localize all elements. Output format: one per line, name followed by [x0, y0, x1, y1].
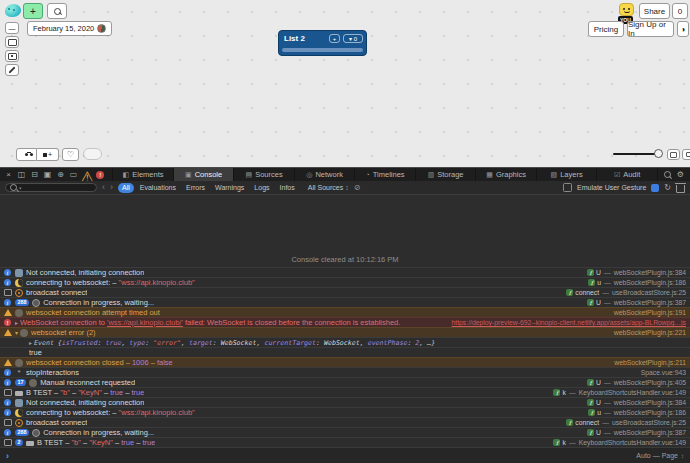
scope-pill-infos[interactable]: Infos	[276, 183, 299, 193]
source-file[interactable]: webSocketPlugin.js:384	[614, 399, 686, 406]
source-link[interactable]: webSocketPlugin.js:221	[606, 329, 686, 336]
scope-pill-evaluations[interactable]: Evaluations	[136, 183, 180, 193]
disclosure-open-icon[interactable]: ▾	[15, 329, 18, 336]
source-link[interactable]: fconnect—useBroadcastStore.js:25	[558, 289, 686, 296]
disclosure-closed-icon[interactable]: ▸	[29, 339, 32, 346]
source-link[interactable]: fU—webSocketPlugin.js:384	[579, 399, 686, 406]
source-link[interactable]: Space.vue:943	[633, 369, 686, 376]
filters-button[interactable]	[16, 148, 37, 161]
source-file[interactable]: webSocketPlugin.js:186	[614, 409, 686, 416]
tab-graphics[interactable]: ▦Graphics	[475, 168, 536, 181]
list-collapsed-bar[interactable]	[282, 48, 363, 53]
tab-layers[interactable]: ▧Layers	[536, 168, 597, 181]
emulate-user-gesture-checkbox[interactable]	[563, 183, 572, 192]
list-add-button[interactable]: +	[329, 34, 340, 43]
toolbar-pencil-button[interactable]	[5, 64, 19, 76]
tab-timelines[interactable]: ◔Timelines	[354, 168, 415, 181]
date-card[interactable]: February 15, 2020	[27, 21, 112, 36]
undock-icon[interactable]: ▣	[41, 168, 54, 181]
source-file[interactable]: KeyboardShortcutsHandler.vue:149	[579, 389, 686, 396]
moon-dark-icon	[20, 329, 28, 337]
reload-icon[interactable]: ↻	[664, 183, 671, 192]
source-link[interactable]: fconnect—useBroadcastStore.js:25	[558, 419, 686, 426]
dock-bottom-icon[interactable]: ⊟	[28, 168, 41, 181]
source-file[interactable]: useBroadcastStore.js:25	[612, 289, 686, 296]
source-file[interactable]: webSocketPlugin.js:221	[614, 329, 686, 336]
source-file[interactable]: webSocketPlugin.js:186	[614, 279, 686, 286]
list-collapse-button[interactable]: ▾ 0	[343, 34, 363, 43]
device-settings-icon[interactable]: ▭	[67, 168, 80, 181]
tab-sources[interactable]: ▤Sources	[233, 168, 294, 181]
warnings-badge-icon[interactable]: ⚠	[80, 168, 94, 181]
tab-elements[interactable]: ◧Elements	[112, 168, 173, 181]
close-icon[interactable]: ×	[2, 168, 15, 181]
toolbar-minus-button[interactable]: —	[5, 22, 19, 34]
source-link[interactable]: webSocketPlugin.js:191	[606, 309, 686, 316]
source-file[interactable]: https://deploy-preview-692--kinopio-clie…	[452, 319, 686, 326]
source-link[interactable]: fu—webSocketPlugin.js:186	[580, 409, 686, 416]
expand-button[interactable]	[682, 149, 690, 160]
dock-side-icon[interactable]: ◫	[15, 168, 28, 181]
source-link[interactable]: fU—webSocketPlugin.js:387	[579, 429, 686, 436]
logo-button[interactable]	[5, 4, 21, 17]
clear-console-icon[interactable]	[676, 185, 685, 193]
zoom-slider[interactable]	[613, 153, 660, 155]
source-file[interactable]: Space.vue:943	[641, 369, 686, 376]
add-button[interactable]: +	[23, 3, 43, 19]
source-link[interactable]: https://deploy-preview-692--kinopio-clie…	[444, 319, 686, 326]
row-gutter: i	[4, 369, 15, 376]
source-link[interactable]: webSocketPlugin.js:211	[606, 359, 686, 366]
box-add-button[interactable]: +	[37, 148, 59, 161]
source-file[interactable]: webSocketPlugin.js:191	[614, 309, 686, 316]
tab-console[interactable]: ▣Console	[173, 168, 234, 181]
inspector-settings-icon[interactable]: ⚙	[677, 170, 684, 179]
heart-button[interactable]: ♡	[62, 148, 79, 161]
theme-toggle-button[interactable]: ◑	[677, 21, 689, 37]
tab-audit[interactable]: ☑Audit	[596, 168, 657, 181]
pricing-button[interactable]: Pricing	[588, 21, 624, 37]
execution-context-picker[interactable]: Auto — Page ↕	[636, 452, 684, 459]
share-button[interactable]: Share	[639, 3, 670, 19]
toolbar-box-button[interactable]	[5, 36, 19, 48]
tab-network[interactable]: ◎Network	[294, 168, 355, 181]
scope-pill-errors[interactable]: Errors	[182, 183, 209, 193]
element-picker-icon[interactable]: ⊕	[54, 168, 67, 181]
inspector-search-icon[interactable]	[664, 171, 671, 178]
circle-slash-icon[interactable]: ⊘	[354, 183, 361, 192]
source-file[interactable]: webSocketPlugin.js:384	[614, 269, 686, 276]
space-canvas[interactable]: + — February 15, 2020 List 2 + ▾ 0 YOU S…	[0, 0, 690, 167]
sign-up-button[interactable]: Sign Up or In	[627, 21, 674, 37]
source-file[interactable]: webSocketPlugin.js:387	[614, 429, 686, 436]
source-link[interactable]: fU—webSocketPlugin.js:387	[579, 299, 686, 306]
source-file[interactable]: useBroadcastStore.js:25	[612, 419, 686, 426]
disclosure-closed-icon[interactable]: ▸	[15, 319, 18, 326]
source-link[interactable]: fu—webSocketPlugin.js:186	[580, 279, 686, 286]
scope-icon[interactable]	[651, 184, 659, 192]
previous-result-button[interactable]: ‹	[102, 183, 105, 192]
scope-pill-all[interactable]: All	[118, 183, 134, 193]
tab-storage[interactable]: ▥Storage	[415, 168, 476, 181]
user-avatar[interactable]	[619, 3, 634, 16]
source-link[interactable]: fk—KeyboardShortcutsHandler.vue:149	[545, 439, 686, 446]
search-button[interactable]	[47, 3, 67, 19]
console-filter-input[interactable]: ▾	[5, 183, 97, 192]
zoom-slider-handle[interactable]	[654, 149, 663, 158]
source-file[interactable]: KeyboardShortcutsHandler.vue:149	[579, 439, 686, 446]
scope-pill-warnings[interactable]: Warnings	[211, 183, 248, 193]
source-link[interactable]: fU—webSocketPlugin.js:384	[579, 269, 686, 276]
errors-badge-icon[interactable]: !	[96, 171, 104, 179]
scope-pill-logs[interactable]: Logs	[250, 183, 273, 193]
next-result-button[interactable]: ›	[110, 183, 113, 192]
source-file[interactable]: webSocketPlugin.js:387	[614, 299, 686, 306]
console-prompt[interactable]: ›	[6, 451, 9, 461]
function-name: U	[596, 399, 601, 406]
toolbar-box-alt-button[interactable]	[5, 50, 19, 62]
source-link[interactable]: fk—KeyboardShortcutsHandler.vue:149	[545, 389, 686, 396]
notifications-button[interactable]: 0	[672, 3, 688, 19]
list-card[interactable]: List 2 + ▾ 0	[278, 30, 367, 56]
source-link[interactable]: fU—webSocketPlugin.js:405	[579, 379, 686, 386]
source-file[interactable]: webSocketPlugin.js:405	[614, 379, 686, 386]
source-file[interactable]: webSocketPlugin.js:211	[614, 359, 686, 366]
minimap-button[interactable]	[667, 149, 680, 160]
sources-dropdown[interactable]: All Sources ↕	[308, 184, 349, 191]
